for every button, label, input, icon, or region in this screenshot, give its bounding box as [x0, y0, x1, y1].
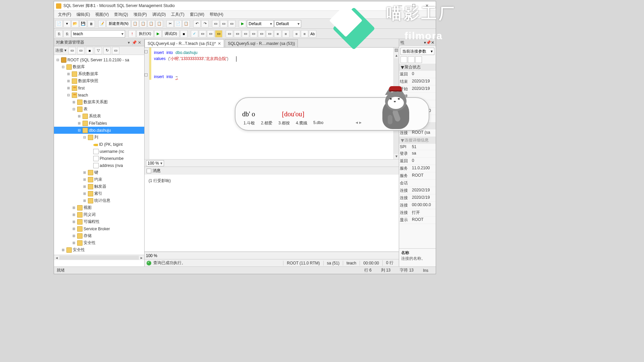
panel-close-icon[interactable]: ✕ [137, 40, 142, 45]
fold-icon[interactable]: − [145, 50, 148, 53]
property-row[interactable]: 结束2020/2/19 [399, 78, 436, 85]
tree-dashuju[interactable]: ⊟dbo.dashuju [54, 127, 144, 134]
tab-close-icon[interactable]: ✕ [218, 41, 221, 46]
connect-button[interactable]: 连接 ▾ [55, 48, 67, 53]
tab-sqlquery5[interactable]: SQLQuery5.sql - R....master (sa (53)) [225, 39, 298, 47]
property-row[interactable]: 连接打开 [399, 209, 436, 217]
tree-triggers[interactable]: ⊞触发器 [54, 183, 144, 190]
tree-teach[interactable]: ⊟teach [54, 92, 144, 99]
toolbar-btn-7[interactable]: ▭ [228, 20, 235, 27]
toolbar2-btn-4[interactable]: ▭ [207, 30, 214, 38]
fold-icon[interactable]: − [145, 73, 148, 76]
props-pages-icon[interactable] [415, 56, 422, 63]
tree-security-srv[interactable]: ⊞安全性 [54, 246, 144, 253]
menu-view[interactable]: 视图(V) [93, 11, 111, 18]
props-cat-detail[interactable]: ⯆连接详细信息 [399, 137, 436, 144]
tree-keys[interactable]: ⊞键 [54, 169, 144, 176]
new-query-button[interactable]: 新建查询(N) [106, 20, 131, 27]
tree-indexes[interactable]: ⊞索引 [54, 190, 144, 197]
menu-file[interactable]: 文件(F) [55, 11, 74, 18]
execute-icon[interactable]: ! [128, 30, 136, 38]
tree-programmability[interactable]: ⊞可编程性 [54, 218, 144, 225]
new-query-icon[interactable]: 📝 [98, 20, 106, 27]
menu-window[interactable]: 窗口(W) [187, 11, 207, 18]
tree-security-db[interactable]: ⊞安全性 [54, 239, 144, 246]
ime-cand-4[interactable]: 4.窦娥 [296, 120, 307, 126]
editor-zoom-select[interactable]: 100 % [146, 160, 164, 166]
toolbar-btn-5[interactable]: ▭ [212, 20, 219, 27]
tree-sysdb[interactable]: ⊞系统数据库 [54, 70, 144, 77]
props-cat-agg[interactable]: ⯆聚合状态 [399, 64, 436, 71]
tree-filetables[interactable]: ⊞FileTables [54, 120, 144, 127]
toolbar2-btn-2[interactable]: ⎘ [63, 30, 71, 38]
messages-tab-header[interactable]: 消息 [145, 167, 399, 175]
tab-sqlquery4[interactable]: SQLQuery4.sql - R...T.teach (sa (51))* ✕ [145, 39, 224, 47]
property-row[interactable]: 服务ROOT [399, 172, 436, 180]
save-icon[interactable]: 💾 [79, 20, 87, 27]
oe-btn-1[interactable]: ▭ [68, 47, 76, 54]
toolbar2-btn-3[interactable]: ▭ [199, 30, 206, 38]
parse-icon[interactable]: ✓ [191, 30, 198, 38]
open-icon[interactable]: 📂 [71, 20, 79, 27]
redo-icon[interactable]: ↷ [201, 20, 209, 27]
toolbar-btn-4[interactable]: 📋 [156, 20, 163, 27]
messages-zoom-select[interactable]: 100 % [146, 253, 157, 258]
sql-code[interactable]: insert into dbo.dashuju values ('小明','13… [149, 48, 393, 82]
execute-button[interactable]: 执行(X) [137, 30, 154, 38]
messages-body[interactable]: (1 行受影响) [145, 175, 399, 252]
indent-icon[interactable]: ≡ [274, 30, 281, 38]
tree-col-addr[interactable]: ·address (nva [54, 162, 144, 169]
toolbar-btn-1[interactable]: 📋 [131, 20, 139, 27]
oe-filter-icon[interactable]: ▽ [95, 47, 102, 54]
menu-help[interactable]: 帮助(H) [207, 11, 226, 18]
uncomment-icon[interactable]: ≡ [301, 30, 308, 38]
tree-columns[interactable]: ⊟列 [54, 134, 144, 141]
tree-dbdiagrams[interactable]: ⊞数据库关系图 [54, 99, 144, 106]
tree-servicebroker[interactable]: ⊞Service Broker [54, 225, 144, 232]
property-row[interactable]: 连接2020/2/19 [399, 194, 436, 202]
property-row[interactable]: 返回0 [399, 71, 436, 78]
copy-icon[interactable]: 📄 [174, 20, 182, 27]
paste-icon[interactable]: 📋 [182, 20, 190, 27]
panel-dropdown-icon[interactable]: ▾ [126, 40, 131, 45]
tree-col-id[interactable]: ·ID (PK, bigint [54, 141, 144, 148]
ime-cand-3[interactable]: 3.都按 [278, 120, 290, 126]
undo-icon[interactable]: ↶ [193, 20, 201, 27]
toolbar-btn-6[interactable]: ▭ [220, 20, 227, 27]
oe-refresh-icon[interactable]: ↻ [103, 47, 111, 54]
property-row[interactable]: 返回0 [399, 158, 436, 165]
save-all-icon[interactable]: 🗎 [88, 20, 95, 27]
tree-synonyms[interactable]: ⊞同义词 [54, 211, 144, 218]
dropdown-icon[interactable]: ▾ [63, 20, 71, 27]
run-icon[interactable]: ▶ [239, 20, 246, 27]
toolbar2-btn-8[interactable]: ▭ [242, 30, 249, 38]
toolbar2-btn-10[interactable]: ▭ [258, 30, 265, 38]
property-row[interactable]: 连接00:00:00.0 [399, 202, 436, 209]
property-row[interactable]: 登录sa [399, 150, 436, 158]
menu-project[interactable]: 项目(P) [131, 11, 150, 18]
tree-stats[interactable]: ⊞统计信息 [54, 197, 144, 204]
tree-hscrollbar[interactable]: ◂▸ [54, 255, 144, 260]
toolbar2-btn-7[interactable]: ▭ [234, 30, 241, 38]
toolbar-btn-2[interactable]: 📋 [140, 20, 147, 27]
ime-cand-5[interactable]: 5.dbo [313, 120, 323, 126]
props-object-selector[interactable]: 当前连接参数 [400, 48, 434, 55]
toolbar-btn-3[interactable]: 📋 [148, 20, 155, 27]
toolbar2-btn-9[interactable]: ▭ [250, 30, 257, 38]
tree-constraints[interactable]: ⊞约束 [54, 176, 144, 183]
menu-edit[interactable]: 编辑(E) [74, 11, 93, 18]
tree-col-user[interactable]: ·username (nc [54, 148, 144, 155]
menu-debug[interactable]: 调试(D) [150, 11, 169, 18]
property-row[interactable]: 显示ROOT [399, 217, 436, 224]
ime-cand-1[interactable]: 1.斗殴 [244, 120, 255, 126]
combo-default-2[interactable]: Default [274, 20, 301, 27]
new-project-icon[interactable]: 📄 [55, 20, 63, 27]
property-row[interactable]: 服务11.0.2100 [399, 165, 436, 172]
toolbar2-btn-11[interactable]: ▭ [266, 30, 273, 38]
toolbar2-btn-6[interactable]: ▭ [226, 30, 233, 38]
menu-tools[interactable]: 工具(T) [168, 11, 187, 18]
property-row[interactable]: 连接2020/2/19 [399, 187, 436, 194]
ime-candidates[interactable]: 1.斗殴 2.都爱 3.都按 4.窦娥 5.dbo [244, 120, 323, 126]
oe-btn-3[interactable]: ■ [86, 47, 93, 54]
cut-icon[interactable]: ✂ [166, 20, 174, 27]
